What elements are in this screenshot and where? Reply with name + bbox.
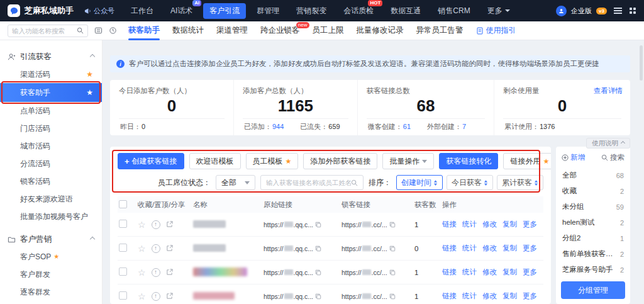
view-details-link[interactable]: 查看详情 — [594, 86, 623, 96]
lock-link[interactable]: https://.cc/... — [341, 245, 387, 252]
top-menu-item[interactable]: AI话术 AI — [164, 3, 199, 19]
row-action-edit[interactable]: 修改 — [482, 244, 497, 253]
row-action-link[interactable]: 链接 — [442, 291, 457, 301]
original-link[interactable]: https://.qq.c... — [264, 221, 313, 228]
group-manage-button[interactable]: 分组管理 — [561, 281, 625, 299]
feature-tab[interactable]: 获客助手 — [128, 21, 160, 40]
group-search-button[interactable]: 搜索 — [601, 153, 625, 162]
avatar[interactable] — [556, 6, 567, 16]
row-action-link[interactable]: 链接 — [442, 244, 457, 253]
link-search-input[interactable] — [266, 179, 351, 186]
top-menu-item[interactable]: 营销裂变 — [290, 3, 333, 19]
group-item[interactable]: 未分组 59 — [561, 199, 625, 215]
feature-tab[interactable]: 员工上限 — [313, 21, 344, 40]
top-menu-item[interactable]: 客户引流 — [203, 3, 246, 19]
usage-note-toggle[interactable]: 使用说明 — [586, 138, 630, 149]
original-link[interactable]: https://.qq.c... — [264, 269, 313, 276]
sidebar-section-acquisition[interactable]: 引流获客 — [0, 48, 102, 65]
grid-apps-icon[interactable] — [629, 7, 636, 14]
sidebar-item[interactable]: 门店活码 — [0, 120, 102, 137]
sidebar-item[interactable]: 客户群发 — [0, 266, 102, 283]
row-action-edit[interactable]: 修改 — [482, 267, 497, 277]
top-menu-item[interactable]: 群管理 — [250, 3, 286, 19]
copy-icon[interactable] — [389, 293, 396, 300]
toolbar-button[interactable]: 批量操作 — [382, 153, 434, 169]
sidebar-item[interactable]: 好友来源欢迎语 — [0, 190, 102, 208]
sidebar-item[interactable]: 城市活码 — [0, 137, 102, 155]
sidebar-item[interactable]: 点单活码 — [0, 102, 102, 120]
usage-guide-link[interactable]: 使用指引 — [476, 25, 516, 36]
row-action-stats[interactable]: 统计 — [462, 267, 477, 277]
sidebar-item[interactable]: 渠道活码 ★ — [0, 65, 102, 83]
pin-top-icon[interactable]: ↑ — [152, 268, 160, 277]
copy-icon[interactable] — [315, 293, 321, 300]
sort-button[interactable]: 创建时间 — [396, 175, 443, 190]
copy-icon[interactable] — [389, 222, 396, 228]
feature-tab[interactable]: 跨企业锁客 new — [260, 21, 300, 40]
sidebar-item[interactable]: 逐客群发 — [0, 283, 102, 301]
copy-icon[interactable] — [389, 245, 396, 252]
top-menu-item[interactable]: 数据互通 — [384, 3, 427, 19]
scrollbar-thumb[interactable] — [640, 45, 643, 81]
link-search-box[interactable] — [260, 175, 364, 190]
row-checkbox[interactable] — [119, 244, 127, 252]
pin-top-icon[interactable]: ↑ — [152, 220, 160, 229]
row-action-edit[interactable]: 修改 — [482, 220, 497, 229]
history-icon[interactable] — [109, 26, 117, 35]
favorite-star-icon[interactable]: ☆ — [138, 292, 146, 301]
add-group-button[interactable]: 新增 — [562, 153, 585, 162]
original-link[interactable]: https://.qq.c... — [264, 245, 313, 252]
top-menu-item[interactable]: 更多 — [481, 3, 516, 19]
top-menu-item[interactable]: 销售CRM — [431, 3, 476, 19]
favorite-star-icon[interactable]: ☆ — [138, 268, 146, 277]
group-item[interactable]: 分组2 1 — [561, 230, 625, 246]
row-action-link[interactable]: 链接 — [442, 267, 457, 277]
copy-icon[interactable] — [315, 269, 321, 276]
copy-icon[interactable] — [315, 222, 321, 228]
feature-tab[interactable]: 批量修改记录 — [357, 21, 404, 40]
feature-tab[interactable]: 数据统计 — [172, 21, 204, 40]
toolbar-button[interactable]: 链接外用 ★ — [503, 153, 551, 169]
row-action-stats[interactable]: 统计 — [462, 220, 477, 229]
row-action-copy[interactable]: 复制 — [502, 220, 517, 229]
seat-status-select[interactable]: 全部 — [216, 175, 255, 190]
favorite-star-icon[interactable]: ☆ — [138, 244, 146, 253]
toolbar-button[interactable]: 添加外部获客链接 — [303, 153, 377, 169]
sidebar-section-marketing[interactable]: 客户营销 — [0, 230, 102, 248]
function-search-box[interactable] — [8, 25, 88, 37]
share-icon[interactable] — [166, 221, 173, 228]
select-all-checkbox[interactable] — [119, 200, 127, 208]
sidebar-item[interactable]: 锁客活码 — [0, 172, 102, 190]
row-checkbox[interactable] — [119, 291, 127, 300]
row-action-more[interactable]: 更多 — [523, 291, 537, 301]
group-item[interactable]: 售前单独获客链... 2 — [561, 246, 625, 262]
row-action-more[interactable]: 更多 — [523, 267, 537, 277]
row-action-more[interactable]: 更多 — [523, 244, 537, 253]
favorite-star-icon[interactable]: ☆ — [138, 220, 146, 229]
group-item[interactable]: 收藏 2 — [561, 183, 625, 199]
copy-icon[interactable] — [389, 269, 396, 276]
sidebar-item[interactable]: 获客助手 ★ — [0, 83, 102, 102]
function-search-input[interactable] — [12, 27, 77, 35]
official-account-link[interactable]: 公众号 — [84, 6, 114, 16]
top-menu-item[interactable]: 会话质检 HOT — [337, 3, 380, 19]
row-action-link[interactable]: 链接 — [442, 220, 457, 229]
top-menu-item[interactable]: 工作台 — [125, 3, 160, 19]
row-action-copy[interactable]: 复制 — [502, 291, 517, 301]
sort-button[interactable]: 累计获客 — [497, 175, 543, 190]
lock-link[interactable]: https://.cc/... — [341, 293, 387, 300]
original-link[interactable]: https://.qq.c... — [264, 293, 313, 300]
pin-top-icon[interactable]: ↑ — [152, 244, 160, 253]
toolbar-button[interactable]: 员工模板 ★ — [246, 153, 299, 169]
sidebar-item[interactable]: 分流活码 — [0, 155, 102, 172]
toolbar-button[interactable]: 欢迎语模板 — [189, 153, 241, 169]
row-action-stats[interactable]: 统计 — [462, 291, 477, 301]
row-action-copy[interactable]: 复制 — [502, 244, 517, 253]
hamburger-menu-icon[interactable] — [614, 8, 622, 14]
group-item[interactable]: 全部 68 — [561, 167, 625, 183]
toolbar-button[interactable]: 获客链接转化 — [439, 153, 498, 169]
lock-link[interactable]: https://.cc/... — [341, 221, 387, 228]
share-icon[interactable] — [166, 245, 173, 252]
group-item[interactable]: helen测试 2 — [561, 215, 625, 230]
sort-button[interactable]: 今日获客 — [447, 175, 493, 190]
